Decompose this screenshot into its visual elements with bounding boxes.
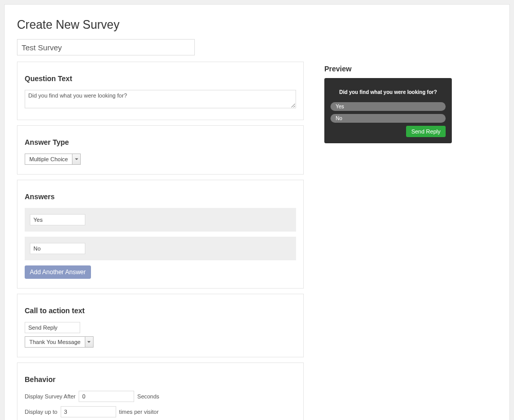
page-title: Create New Survey bbox=[17, 18, 497, 32]
preview-heading: Preview bbox=[324, 65, 497, 73]
behavior-after-label: Display Survey After bbox=[25, 393, 76, 399]
add-answer-button[interactable]: Add Another Answer bbox=[25, 265, 91, 279]
cta-input[interactable] bbox=[25, 322, 80, 333]
question-text-heading: Question Text bbox=[25, 74, 296, 83]
survey-editor-card: Create New Survey Question Text Did you … bbox=[4, 4, 510, 420]
survey-title-input[interactable] bbox=[17, 39, 195, 55]
behavior-after-suffix: Seconds bbox=[137, 393, 159, 399]
behavior-panel: Behavior Display Survey After Seconds Di… bbox=[17, 362, 304, 420]
behavior-upto-label: Display up to bbox=[25, 409, 58, 415]
answer-type-heading: Answer Type bbox=[25, 138, 296, 146]
preview-box: Did you find what you were looking for? … bbox=[324, 78, 452, 143]
answer-type-select[interactable]: Multiple Choice bbox=[25, 154, 81, 165]
preview-option-1[interactable]: No bbox=[331, 114, 446, 123]
answer-input-0[interactable] bbox=[30, 214, 85, 225]
cta-message-select[interactable]: Thank You Message bbox=[25, 336, 94, 348]
answer-type-value: Multiple Choice bbox=[25, 154, 72, 164]
cta-heading: Call to action text bbox=[25, 307, 296, 315]
behavior-heading: Behavior bbox=[25, 375, 296, 384]
behavior-after-row: Display Survey After Seconds bbox=[25, 391, 296, 402]
answer-row bbox=[25, 237, 296, 260]
cta-message-value: Thank You Message bbox=[25, 337, 85, 347]
question-textarea[interactable]: Did you find what you were looking for? bbox=[25, 90, 296, 108]
question-text-panel: Question Text Did you find what you were… bbox=[17, 62, 304, 120]
behavior-after-input[interactable] bbox=[79, 391, 134, 402]
preview-question: Did you find what you were looking for? bbox=[331, 89, 446, 95]
chevron-down-icon[interactable] bbox=[72, 154, 80, 164]
behavior-upto-suffix: times per visitor bbox=[119, 409, 159, 415]
behavior-upto-input[interactable] bbox=[61, 406, 116, 417]
preview-option-0[interactable]: Yes bbox=[331, 102, 446, 111]
behavior-upto-row: Display up to times per visitor bbox=[25, 406, 296, 417]
cta-panel: Call to action text Thank You Message bbox=[17, 294, 304, 357]
answer-input-1[interactable] bbox=[30, 243, 85, 254]
chevron-down-icon[interactable] bbox=[85, 337, 93, 347]
answer-type-panel: Answer Type Multiple Choice bbox=[17, 125, 304, 175]
answers-panel: Answers Add Another Answer bbox=[17, 180, 304, 289]
answers-heading: Answers bbox=[25, 193, 296, 201]
answer-row bbox=[25, 208, 296, 232]
preview-send-reply-button[interactable]: Send Reply bbox=[406, 126, 446, 137]
